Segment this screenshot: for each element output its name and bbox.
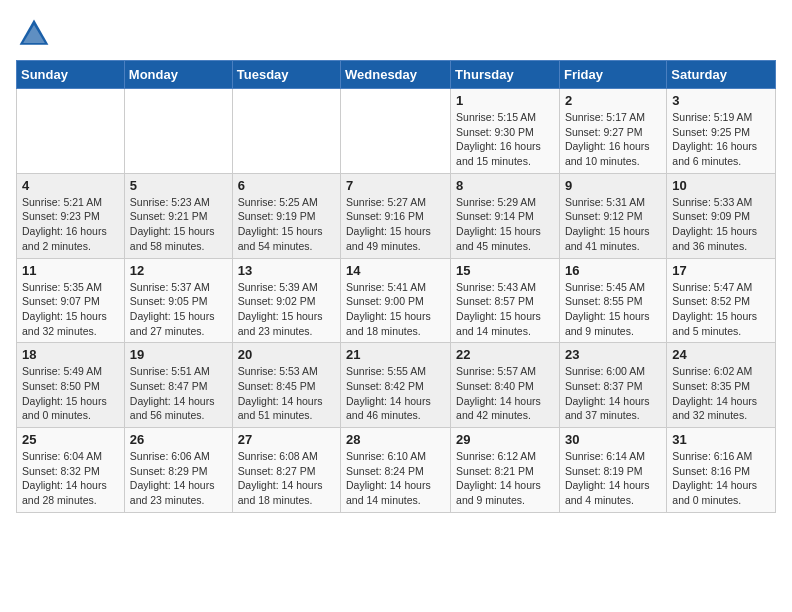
day-number: 16 [565, 263, 661, 278]
day-number: 14 [346, 263, 445, 278]
weekday-header-sunday: Sunday [17, 61, 125, 89]
day-number: 30 [565, 432, 661, 447]
day-info: Sunrise: 5:21 AM Sunset: 9:23 PM Dayligh… [22, 195, 119, 254]
calendar-cell: 29Sunrise: 6:12 AM Sunset: 8:21 PM Dayli… [451, 428, 560, 513]
calendar-cell: 31Sunrise: 6:16 AM Sunset: 8:16 PM Dayli… [667, 428, 776, 513]
day-info: Sunrise: 5:47 AM Sunset: 8:52 PM Dayligh… [672, 280, 770, 339]
day-number: 26 [130, 432, 227, 447]
day-info: Sunrise: 5:37 AM Sunset: 9:05 PM Dayligh… [130, 280, 227, 339]
calendar-cell: 19Sunrise: 5:51 AM Sunset: 8:47 PM Dayli… [124, 343, 232, 428]
day-info: Sunrise: 5:51 AM Sunset: 8:47 PM Dayligh… [130, 364, 227, 423]
calendar-cell: 25Sunrise: 6:04 AM Sunset: 8:32 PM Dayli… [17, 428, 125, 513]
day-info: Sunrise: 5:17 AM Sunset: 9:27 PM Dayligh… [565, 110, 661, 169]
day-info: Sunrise: 6:10 AM Sunset: 8:24 PM Dayligh… [346, 449, 445, 508]
calendar-cell: 7Sunrise: 5:27 AM Sunset: 9:16 PM Daylig… [341, 173, 451, 258]
day-info: Sunrise: 6:12 AM Sunset: 8:21 PM Dayligh… [456, 449, 554, 508]
day-number: 4 [22, 178, 119, 193]
day-number: 9 [565, 178, 661, 193]
calendar-table: SundayMondayTuesdayWednesdayThursdayFrid… [16, 60, 776, 513]
day-number: 18 [22, 347, 119, 362]
day-info: Sunrise: 5:33 AM Sunset: 9:09 PM Dayligh… [672, 195, 770, 254]
day-number: 12 [130, 263, 227, 278]
day-info: Sunrise: 5:27 AM Sunset: 9:16 PM Dayligh… [346, 195, 445, 254]
calendar-cell: 1Sunrise: 5:15 AM Sunset: 9:30 PM Daylig… [451, 89, 560, 174]
logo [16, 16, 56, 52]
calendar-cell: 17Sunrise: 5:47 AM Sunset: 8:52 PM Dayli… [667, 258, 776, 343]
day-number: 2 [565, 93, 661, 108]
day-info: Sunrise: 5:43 AM Sunset: 8:57 PM Dayligh… [456, 280, 554, 339]
calendar-cell [124, 89, 232, 174]
calendar-cell: 22Sunrise: 5:57 AM Sunset: 8:40 PM Dayli… [451, 343, 560, 428]
calendar-cell: 6Sunrise: 5:25 AM Sunset: 9:19 PM Daylig… [232, 173, 340, 258]
calendar-cell: 16Sunrise: 5:45 AM Sunset: 8:55 PM Dayli… [559, 258, 666, 343]
day-info: Sunrise: 5:41 AM Sunset: 9:00 PM Dayligh… [346, 280, 445, 339]
calendar-cell: 10Sunrise: 5:33 AM Sunset: 9:09 PM Dayli… [667, 173, 776, 258]
day-number: 29 [456, 432, 554, 447]
calendar-week-4: 18Sunrise: 5:49 AM Sunset: 8:50 PM Dayli… [17, 343, 776, 428]
day-number: 11 [22, 263, 119, 278]
day-number: 3 [672, 93, 770, 108]
day-number: 5 [130, 178, 227, 193]
weekday-header-tuesday: Tuesday [232, 61, 340, 89]
day-number: 24 [672, 347, 770, 362]
calendar-cell: 2Sunrise: 5:17 AM Sunset: 9:27 PM Daylig… [559, 89, 666, 174]
day-number: 10 [672, 178, 770, 193]
calendar-week-3: 11Sunrise: 5:35 AM Sunset: 9:07 PM Dayli… [17, 258, 776, 343]
day-info: Sunrise: 5:31 AM Sunset: 9:12 PM Dayligh… [565, 195, 661, 254]
day-info: Sunrise: 6:06 AM Sunset: 8:29 PM Dayligh… [130, 449, 227, 508]
weekday-header-monday: Monday [124, 61, 232, 89]
day-info: Sunrise: 5:35 AM Sunset: 9:07 PM Dayligh… [22, 280, 119, 339]
calendar-cell [232, 89, 340, 174]
calendar-cell: 26Sunrise: 6:06 AM Sunset: 8:29 PM Dayli… [124, 428, 232, 513]
day-number: 21 [346, 347, 445, 362]
day-number: 28 [346, 432, 445, 447]
calendar-cell: 30Sunrise: 6:14 AM Sunset: 8:19 PM Dayli… [559, 428, 666, 513]
day-info: Sunrise: 6:16 AM Sunset: 8:16 PM Dayligh… [672, 449, 770, 508]
calendar-cell: 9Sunrise: 5:31 AM Sunset: 9:12 PM Daylig… [559, 173, 666, 258]
day-info: Sunrise: 5:15 AM Sunset: 9:30 PM Dayligh… [456, 110, 554, 169]
day-info: Sunrise: 5:55 AM Sunset: 8:42 PM Dayligh… [346, 364, 445, 423]
calendar-cell: 21Sunrise: 5:55 AM Sunset: 8:42 PM Dayli… [341, 343, 451, 428]
calendar-cell: 8Sunrise: 5:29 AM Sunset: 9:14 PM Daylig… [451, 173, 560, 258]
calendar-cell: 15Sunrise: 5:43 AM Sunset: 8:57 PM Dayli… [451, 258, 560, 343]
day-number: 6 [238, 178, 335, 193]
day-number: 7 [346, 178, 445, 193]
day-info: Sunrise: 5:45 AM Sunset: 8:55 PM Dayligh… [565, 280, 661, 339]
day-info: Sunrise: 6:04 AM Sunset: 8:32 PM Dayligh… [22, 449, 119, 508]
calendar-week-1: 1Sunrise: 5:15 AM Sunset: 9:30 PM Daylig… [17, 89, 776, 174]
day-number: 25 [22, 432, 119, 447]
calendar-cell: 3Sunrise: 5:19 AM Sunset: 9:25 PM Daylig… [667, 89, 776, 174]
day-number: 20 [238, 347, 335, 362]
calendar-week-2: 4Sunrise: 5:21 AM Sunset: 9:23 PM Daylig… [17, 173, 776, 258]
logo-icon [16, 16, 52, 52]
day-info: Sunrise: 5:53 AM Sunset: 8:45 PM Dayligh… [238, 364, 335, 423]
day-number: 17 [672, 263, 770, 278]
day-info: Sunrise: 6:00 AM Sunset: 8:37 PM Dayligh… [565, 364, 661, 423]
calendar-cell: 20Sunrise: 5:53 AM Sunset: 8:45 PM Dayli… [232, 343, 340, 428]
calendar-cell: 27Sunrise: 6:08 AM Sunset: 8:27 PM Dayli… [232, 428, 340, 513]
weekday-header-wednesday: Wednesday [341, 61, 451, 89]
day-info: Sunrise: 5:49 AM Sunset: 8:50 PM Dayligh… [22, 364, 119, 423]
day-info: Sunrise: 5:19 AM Sunset: 9:25 PM Dayligh… [672, 110, 770, 169]
calendar-week-5: 25Sunrise: 6:04 AM Sunset: 8:32 PM Dayli… [17, 428, 776, 513]
day-number: 8 [456, 178, 554, 193]
calendar-cell [17, 89, 125, 174]
day-number: 19 [130, 347, 227, 362]
day-info: Sunrise: 5:39 AM Sunset: 9:02 PM Dayligh… [238, 280, 335, 339]
calendar-cell: 24Sunrise: 6:02 AM Sunset: 8:35 PM Dayli… [667, 343, 776, 428]
calendar-cell: 12Sunrise: 5:37 AM Sunset: 9:05 PM Dayli… [124, 258, 232, 343]
day-number: 22 [456, 347, 554, 362]
day-info: Sunrise: 5:29 AM Sunset: 9:14 PM Dayligh… [456, 195, 554, 254]
day-number: 27 [238, 432, 335, 447]
day-info: Sunrise: 5:25 AM Sunset: 9:19 PM Dayligh… [238, 195, 335, 254]
weekday-header-friday: Friday [559, 61, 666, 89]
calendar-cell: 11Sunrise: 5:35 AM Sunset: 9:07 PM Dayli… [17, 258, 125, 343]
day-info: Sunrise: 5:57 AM Sunset: 8:40 PM Dayligh… [456, 364, 554, 423]
calendar-cell [341, 89, 451, 174]
day-number: 15 [456, 263, 554, 278]
day-number: 1 [456, 93, 554, 108]
day-number: 23 [565, 347, 661, 362]
day-info: Sunrise: 6:08 AM Sunset: 8:27 PM Dayligh… [238, 449, 335, 508]
calendar-cell: 14Sunrise: 5:41 AM Sunset: 9:00 PM Dayli… [341, 258, 451, 343]
calendar-cell: 5Sunrise: 5:23 AM Sunset: 9:21 PM Daylig… [124, 173, 232, 258]
